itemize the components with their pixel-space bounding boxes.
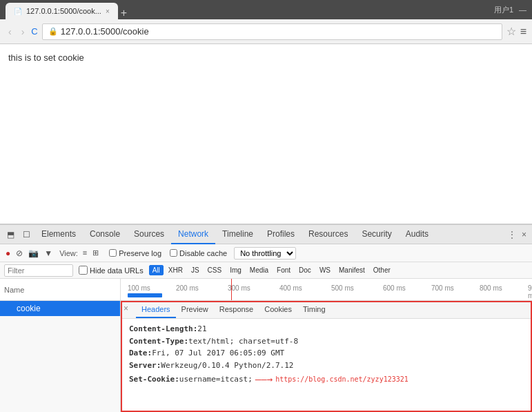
requests-name-col: cookie	[0, 301, 121, 412]
filter-img-button[interactable]: Img	[226, 265, 245, 275]
tab-close-button[interactable]: ×	[106, 8, 110, 15]
filter-input[interactable]	[4, 264, 73, 277]
tab-area: 📄 127.0.0.1:5000/cook... × +	[6, 0, 127, 19]
detail-tabs: Headers Preview Response Cookies Timing	[122, 302, 531, 319]
set-cookie-arrow-icon: ——→	[255, 371, 273, 386]
detail-tab-preview[interactable]: Preview	[176, 302, 214, 318]
detail-close-button[interactable]: ×	[124, 304, 128, 313]
preserve-log-checkbox[interactable]	[109, 249, 117, 257]
user-label: 用户1	[494, 5, 513, 15]
back-button[interactable]: ‹	[6, 25, 14, 39]
tick-400ms: 400 ms	[279, 284, 302, 292]
title-bar: 📄 127.0.0.1:5000/cook... × + 用户1 —	[0, 0, 532, 19]
stop-button[interactable]: ⊘	[14, 247, 24, 259]
tab-elements[interactable]: Elements	[35, 225, 83, 244]
grid-view-icon[interactable]: ⊞	[90, 248, 101, 258]
request-type-icon	[4, 304, 12, 313]
tick-500ms: 500 ms	[331, 284, 354, 292]
lock-icon: 🔒	[48, 27, 58, 36]
timeline-marker	[231, 279, 232, 300]
filter-xhr-button[interactable]: XHR	[165, 265, 186, 275]
hide-data-urls-text: Hide data URLs	[90, 266, 144, 275]
filter-other-button[interactable]: Other	[370, 265, 394, 275]
devtools-panel: ⬒ ☐ Elements Console Sources Network Tim…	[0, 224, 532, 412]
record-button[interactable]: ●	[4, 247, 12, 259]
detail-content: Content-Length: 21 Content-Type: text/ht…	[122, 319, 531, 391]
requests-area: cookie × Headers Preview Response Cookie…	[0, 301, 532, 412]
title-bar-right: 用户1 —	[494, 5, 526, 15]
tab-security[interactable]: Security	[355, 225, 398, 244]
filter-all-button[interactable]: All	[149, 265, 164, 275]
address-input[interactable]: 🔒 127.0.0.1:5000/cookie	[42, 23, 502, 40]
header-val: username=itcast;	[179, 373, 253, 386]
tab-audits[interactable]: Audits	[399, 225, 435, 244]
devtools-dock-icon[interactable]: ⬒	[3, 227, 19, 242]
list-view-icon[interactable]: ≡	[81, 248, 89, 258]
header-set-cookie: Set-Cookie: username=itcast; ——→ https:/…	[129, 371, 524, 386]
address-bar: ‹ › C 🔒 127.0.0.1:5000/cookie ☆ ≡	[0, 19, 532, 44]
minimize-button[interactable]: —	[519, 6, 526, 14]
disable-cache-checkbox[interactable]	[170, 249, 177, 257]
forward-button[interactable]: ›	[19, 25, 28, 39]
tab-title: 127.0.0.1:5000/cook...	[26, 7, 101, 15]
header-val: Fri, 07 Jul 2017 06:05:09 GMT	[152, 347, 284, 360]
tab-network[interactable]: Network	[171, 225, 215, 244]
header-key: Content-Type:	[129, 335, 188, 348]
url-text: 127.0.0.1:5000/cookie	[61, 26, 149, 37]
disable-cache-label[interactable]: Disable cache	[170, 249, 227, 257]
filter-button[interactable]: ▼	[43, 247, 54, 259]
bookmark-button[interactable]: ☆	[506, 25, 516, 38]
header-val: text/html; charset=utf-8	[188, 335, 298, 348]
tick-100ms: 100 ms	[128, 284, 150, 292]
tick-200ms: 200 ms	[176, 284, 199, 292]
tab-timeline[interactable]: Timeline	[215, 225, 260, 244]
hide-data-urls-label[interactable]: Hide data URLs	[79, 266, 144, 275]
filter-manifest-button[interactable]: Manifest	[335, 265, 368, 275]
browser-tab[interactable]: 📄 127.0.0.1:5000/cook... ×	[6, 3, 118, 19]
header-content-type: Content-Type: text/html; charset=utf-8	[129, 335, 524, 348]
detail-panel: × Headers Preview Response Cookies Timin…	[121, 301, 532, 412]
request-name-text: cookie	[17, 304, 41, 313]
filter-ws-button[interactable]: WS	[316, 265, 334, 275]
page-text: this is to set cookie	[8, 52, 84, 63]
detail-tab-response[interactable]: Response	[214, 302, 259, 318]
tab-console[interactable]: Console	[83, 225, 127, 244]
filter-doc-button[interactable]: Doc	[295, 265, 315, 275]
menu-button[interactable]: ≡	[520, 26, 526, 38]
detail-tab-cookies[interactable]: Cookies	[259, 302, 297, 318]
devtools-inspect-icon[interactable]: ☐	[19, 227, 35, 242]
filter-media-button[interactable]: Media	[246, 265, 272, 275]
header-val: Werkzeug/0.10.4 Python/2.7.12	[161, 360, 293, 372]
filter-row: Hide data URLs All XHR JS CSS Img Media …	[0, 262, 532, 279]
view-icons: ≡ ⊞	[81, 248, 101, 258]
preserve-log-label[interactable]: Preserve log	[109, 249, 161, 257]
request-item-cookie[interactable]: cookie	[0, 301, 120, 316]
header-val: 21	[197, 323, 206, 335]
tab-resources[interactable]: Resources	[302, 225, 355, 244]
screenshot-button[interactable]: 📷	[27, 247, 40, 259]
detail-tab-timing[interactable]: Timing	[297, 302, 331, 318]
view-label: View:	[59, 249, 78, 257]
filter-font-button[interactable]: Font	[273, 265, 294, 275]
name-col-header: Name	[4, 286, 24, 294]
detail-tab-headers[interactable]: Headers	[136, 302, 176, 318]
tick-800ms: 800 ms	[480, 284, 502, 292]
new-tab-button[interactable]: +	[121, 7, 127, 19]
timeline-area: Name 100 ms 200 ms 300 ms 400 ms 500 ms …	[0, 279, 532, 301]
network-toolbar: ● ⊘ 📷 ▼ View: ≡ ⊞ Preserve log Disable c…	[0, 244, 532, 262]
devtools-more-icon[interactable]: ⋮	[505, 227, 519, 242]
filter-css-button[interactable]: CSS	[204, 265, 226, 275]
hide-data-urls-checkbox[interactable]	[79, 266, 88, 275]
tab-sources[interactable]: Sources	[127, 225, 171, 244]
filter-js-button[interactable]: JS	[188, 265, 203, 275]
filter-type-buttons: All XHR JS CSS Img Media Font Doc WS Man…	[149, 265, 394, 275]
tick-700ms: 700 ms	[431, 284, 454, 292]
annotation-url: https://blog.csdn.net/zyzy123321	[275, 374, 408, 385]
reload-button[interactable]: C	[31, 26, 37, 37]
throttle-select[interactable]: No throttling	[234, 247, 296, 259]
header-date: Date: Fri, 07 Jul 2017 06:05:09 GMT	[129, 347, 524, 360]
header-server: Server: Werkzeug/0.10.4 Python/2.7.12	[129, 360, 524, 372]
timeline-name-col: Name	[0, 279, 121, 300]
tab-profiles[interactable]: Profiles	[260, 225, 302, 244]
devtools-close-icon[interactable]: ×	[519, 227, 529, 242]
